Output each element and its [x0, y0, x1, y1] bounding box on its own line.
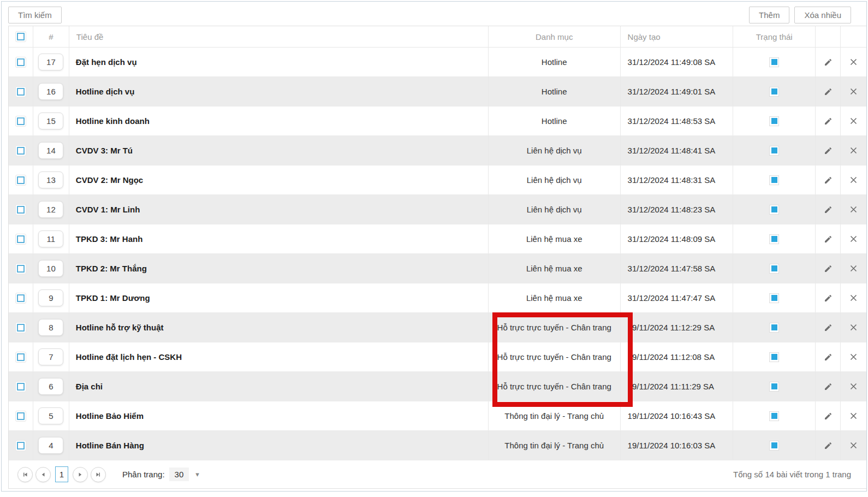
edit-button[interactable] — [816, 401, 840, 430]
close-icon — [849, 294, 858, 302]
checkbox-icon — [17, 412, 25, 420]
select-all-checkbox[interactable] — [15, 31, 26, 42]
edit-button[interactable] — [816, 77, 840, 106]
delete-button[interactable] — [841, 195, 866, 224]
toolbar: Tìm kiếm Thêm Xóa nhiều — [2, 2, 866, 26]
edit-button[interactable] — [816, 195, 840, 224]
row-order-input[interactable] — [38, 260, 63, 277]
row-edit-cell — [815, 106, 840, 135]
status-blue-square-icon — [771, 413, 777, 419]
delete-button[interactable] — [841, 313, 866, 342]
row-order-input[interactable] — [38, 171, 63, 188]
edit-button[interactable] — [816, 283, 840, 312]
row-checkbox[interactable] — [15, 293, 26, 304]
close-icon — [849, 87, 858, 96]
row-checkbox[interactable] — [15, 86, 26, 97]
table-row: Hotline dịch vụ Hotline 31/12/2024 11:49… — [9, 77, 866, 106]
delete-button[interactable] — [841, 431, 866, 460]
add-button[interactable]: Thêm — [749, 7, 789, 23]
row-order-input[interactable] — [38, 230, 63, 247]
edit-button[interactable] — [816, 431, 840, 460]
row-order-input[interactable] — [38, 407, 63, 424]
row-number-cell — [33, 224, 69, 253]
delete-button[interactable] — [841, 254, 866, 283]
row-order-input[interactable] — [38, 319, 63, 336]
delete-button[interactable] — [841, 372, 866, 401]
row-checkbox[interactable] — [15, 352, 26, 363]
edit-button[interactable] — [816, 254, 840, 283]
status-active-indicator — [769, 264, 779, 274]
row-checkbox[interactable] — [15, 145, 26, 156]
delete-button[interactable] — [841, 342, 866, 371]
row-order-input[interactable] — [38, 348, 63, 365]
row-checkbox[interactable] — [15, 322, 26, 333]
header-checkbox-cell — [9, 26, 33, 47]
delete-button[interactable] — [841, 283, 866, 312]
row-checkbox[interactable] — [15, 411, 26, 422]
article-title: TPKD 3: Mr Hanh — [76, 234, 143, 244]
status-active-indicator — [769, 441, 779, 451]
header-delete-spacer — [840, 26, 866, 47]
edit-button[interactable] — [816, 224, 840, 253]
row-order-input[interactable] — [38, 437, 63, 454]
row-created-cell: 31/12/2024 11:48:09 SA — [620, 224, 733, 253]
table-row: Hotline Bán Hàng Thông tin đại lý - Tran… — [9, 431, 866, 460]
row-edit-cell — [815, 48, 840, 76]
row-order-input[interactable] — [38, 113, 63, 129]
first-page-button[interactable] — [17, 467, 33, 482]
edit-button[interactable] — [816, 48, 840, 76]
row-order-input[interactable] — [38, 54, 63, 70]
last-page-button[interactable] — [91, 467, 106, 482]
edit-button[interactable] — [816, 165, 840, 194]
row-checkbox[interactable] — [15, 263, 26, 274]
delete-button[interactable] — [841, 136, 866, 165]
article-title: CVDV 3: Mr Tú — [76, 146, 133, 155]
row-number-cell — [33, 254, 69, 283]
row-number-cell — [33, 48, 69, 76]
edit-button[interactable] — [816, 313, 840, 342]
status-blue-square-icon — [771, 442, 777, 448]
page-size-dropdown[interactable]: 30 ▾ — [169, 468, 199, 481]
row-checkbox[interactable] — [15, 440, 26, 451]
close-icon — [849, 264, 858, 273]
delete-button[interactable] — [841, 77, 866, 106]
row-order-input[interactable] — [38, 378, 63, 395]
search-button[interactable]: Tìm kiếm — [8, 7, 62, 23]
edit-button[interactable] — [816, 136, 840, 165]
row-edit-cell — [815, 254, 840, 283]
delete-button[interactable] — [841, 224, 866, 253]
article-title: Hotline hỗ trợ kỹ thuật — [76, 323, 164, 332]
row-checkbox[interactable] — [15, 175, 26, 186]
row-checkbox[interactable] — [15, 234, 26, 245]
edit-button[interactable] — [816, 372, 840, 401]
row-order-input[interactable] — [38, 201, 63, 218]
edit-button[interactable] — [816, 342, 840, 371]
row-status-cell — [733, 342, 815, 371]
article-category: Liên hệ mua xe — [526, 293, 582, 303]
delete-button[interactable] — [841, 165, 866, 194]
row-checkbox[interactable] — [15, 204, 26, 215]
row-created-cell: 31/12/2024 11:48:31 SA — [620, 165, 733, 194]
delete-many-button[interactable]: Xóa nhiều — [794, 7, 851, 23]
delete-button[interactable] — [841, 106, 866, 135]
row-checkbox-cell — [9, 342, 33, 371]
delete-button[interactable] — [841, 401, 866, 430]
prev-page-button[interactable] — [35, 467, 51, 482]
row-checkbox[interactable] — [15, 116, 26, 127]
article-title: CVDV 1: Mr Linh — [76, 205, 140, 214]
row-title-cell: Hotline kinh doanh — [69, 106, 488, 135]
current-page-input[interactable] — [55, 466, 68, 482]
delete-button[interactable] — [841, 48, 866, 76]
row-checkbox[interactable] — [15, 57, 26, 68]
next-page-button[interactable] — [73, 467, 88, 482]
row-order-input[interactable] — [38, 142, 63, 159]
edit-button[interactable] — [816, 106, 840, 135]
table-row: TPKD 2: Mr Thắng Liên hệ mua xe 31/12/20… — [9, 254, 866, 283]
row-checkbox-cell — [9, 136, 33, 165]
row-order-input[interactable] — [38, 83, 63, 100]
row-checkbox[interactable] — [15, 381, 26, 392]
row-order-input[interactable] — [38, 289, 63, 306]
row-delete-cell — [840, 195, 866, 224]
status-active-indicator — [769, 323, 779, 333]
article-title: Đặt hẹn dịch vụ — [76, 57, 137, 67]
